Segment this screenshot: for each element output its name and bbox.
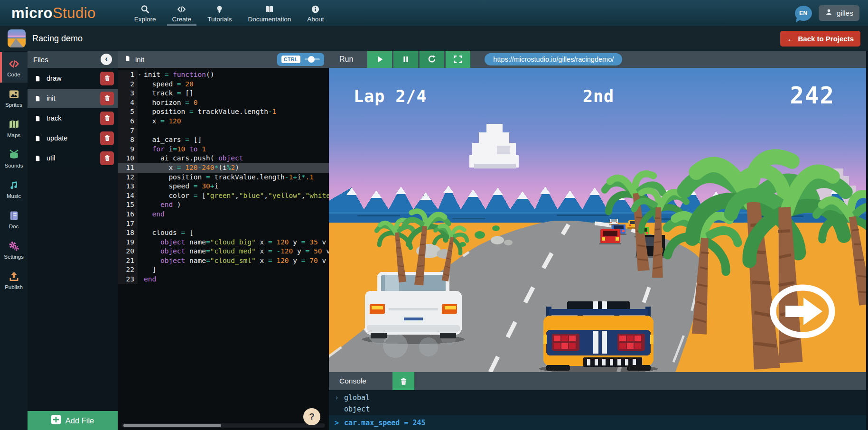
fullscreen-button[interactable] <box>446 51 470 68</box>
file-icon <box>34 94 41 103</box>
sidebar-item-doc[interactable]: Doc <box>0 204 28 234</box>
file-row-track[interactable]: track <box>28 109 118 128</box>
pause-button[interactable] <box>393 51 418 68</box>
code-line[interactable]: 12 position = trackValue.length-1+i*.1 <box>118 173 329 182</box>
code-icon <box>8 58 20 70</box>
code-line[interactable]: 7 <box>118 126 329 136</box>
file-icon <box>34 114 41 123</box>
file-row-util[interactable]: util <box>28 149 118 168</box>
line-number: 1▾ <box>118 70 138 80</box>
code-line[interactable]: 1▾init = function() <box>118 70 329 80</box>
files-panel-header: Files ‹ <box>28 51 118 68</box>
sidebar-item-sounds[interactable]: Sounds <box>0 143 28 174</box>
scrollbar-thumb[interactable] <box>123 424 221 427</box>
documentation-icon <box>264 4 274 14</box>
trash-icon <box>399 377 408 386</box>
language-badge[interactable]: EN <box>795 6 812 21</box>
code-area[interactable]: 1▾init = function()2 speed = 203 track =… <box>118 68 329 430</box>
code-line[interactable]: 13 speed = 30+i <box>118 182 329 191</box>
code-line[interactable]: 4 horizon = 0 <box>118 98 329 108</box>
code-line[interactable]: 14 color = ["green","blue","yellow","whi… <box>118 191 329 201</box>
back-to-projects-button[interactable]: ← Back to Projects <box>780 31 860 47</box>
brand-logo[interactable]: microStudio <box>11 0 96 26</box>
code-line[interactable]: 17 <box>118 219 329 229</box>
create-icon <box>177 4 187 14</box>
ctrl-toggle[interactable]: CTRL <box>277 53 324 66</box>
toggle-slider <box>305 58 320 60</box>
sidebar-item-code[interactable]: Code <box>0 52 28 83</box>
sidebar-item-settings[interactable]: Settings <box>0 234 28 265</box>
code-line[interactable]: 15 end ) <box>118 200 329 210</box>
hud-position: 2nd <box>583 87 614 106</box>
code-line[interactable]: 10 ai_cars.push( object <box>118 154 329 163</box>
project-thumbnail[interactable] <box>8 29 26 47</box>
delete-draw-button[interactable] <box>100 72 114 85</box>
code-line[interactable]: 22 ] <box>118 265 329 275</box>
line-number: 23 <box>118 275 138 284</box>
code-line[interactable]: 23end <box>118 275 329 284</box>
code-line[interactable]: 6 x = 120 <box>118 117 329 126</box>
code-line[interactable]: 11 x = 120-240*(i%2) <box>118 163 329 173</box>
collapse-panel-button[interactable]: ‹ <box>101 54 112 65</box>
sidebar-item-music[interactable]: Music <box>0 174 28 204</box>
line-number: 11 <box>118 163 138 173</box>
nav-item-documentation[interactable]: Documentation <box>240 0 299 26</box>
nav-item-about[interactable]: About <box>299 0 332 26</box>
nav-item-tutorials[interactable]: Tutorials <box>199 0 240 26</box>
run-bar: Run https://microstudio.io/gilles/racing… <box>329 51 868 68</box>
tutorials-icon <box>215 4 224 14</box>
sidebar-item-maps[interactable]: Maps <box>0 113 28 143</box>
code-line[interactable]: 19 object name="cloud_big" x = 120 y = 3… <box>118 238 329 247</box>
project-url[interactable]: https://microstudio.io/gilles/racingdemo… <box>485 53 622 65</box>
code-line[interactable]: 20 object name="cloud_med" x = -120 y = … <box>118 247 329 256</box>
file-icon <box>124 54 131 65</box>
console-input[interactable]: > car.max_speed = 245 <box>329 415 868 430</box>
code-line[interactable]: 16 end <box>118 210 329 219</box>
play-button[interactable] <box>367 51 392 68</box>
delete-update-button[interactable] <box>100 131 114 145</box>
console-input-text: car.max_speed = 245 <box>344 419 426 427</box>
sidebar-item-sprites[interactable]: Sprites <box>0 83 28 113</box>
restart-button[interactable] <box>420 51 444 68</box>
trash-icon <box>103 134 111 142</box>
file-row-update[interactable]: update <box>28 129 118 148</box>
player-car <box>539 301 658 372</box>
delete-track-button[interactable] <box>100 112 114 125</box>
settings-icon <box>8 240 20 252</box>
file-row-draw[interactable]: draw <box>28 69 118 88</box>
code-line[interactable]: 2 speed = 20 <box>118 80 329 89</box>
refresh-icon <box>427 54 437 65</box>
plus-icon <box>51 415 61 426</box>
microstudio-app: microStudio ExploreCreateTutorialsDocume… <box>0 0 868 430</box>
code-line[interactable]: 5 position = trackValue.length-1 <box>118 107 329 117</box>
add-file-button[interactable]: Add File <box>28 411 118 430</box>
project-bar: Racing demo ← Back to Projects <box>0 26 868 51</box>
code-line[interactable]: 3 track = [] <box>118 89 329 98</box>
help-button[interactable]: ? <box>303 408 320 425</box>
music-icon <box>8 179 20 191</box>
file-row-init[interactable]: init <box>28 89 118 108</box>
top-navbar: microStudio ExploreCreateTutorialsDocume… <box>0 0 868 26</box>
game-screen[interactable]: Lap 2/4 2nd 242 <box>329 68 868 372</box>
clear-console-button[interactable] <box>392 372 414 390</box>
brand-studio: Studio <box>53 5 96 22</box>
horizontal-scrollbar <box>121 423 325 428</box>
console-entry: ›global <box>335 393 868 404</box>
prompt-chevron-icon: > <box>335 419 344 427</box>
back-arrow-icon: ← <box>787 35 794 43</box>
user-button[interactable]: gilles <box>819 5 859 21</box>
code-line[interactable]: 8 ai_cars = [] <box>118 135 329 145</box>
nav-item-create[interactable]: Create <box>164 0 200 26</box>
play-icon <box>374 54 385 65</box>
delete-util-button[interactable] <box>100 151 114 165</box>
delete-init-button[interactable] <box>100 92 114 105</box>
toggle-knob[interactable] <box>308 56 315 63</box>
sidebar-item-publish[interactable]: Publish <box>0 265 28 295</box>
run-buttons <box>367 51 470 68</box>
maps-icon <box>8 119 20 131</box>
code-line[interactable]: 9 for i=10 to 1 <box>118 145 329 154</box>
code-line[interactable]: 21 object name="cloud_sml" x = 120 y = 7… <box>118 256 329 266</box>
editor-tab-init[interactable]: init <box>135 56 144 64</box>
code-line[interactable]: 18 clouds = [ <box>118 228 329 238</box>
nav-item-explore[interactable]: Explore <box>126 0 164 26</box>
